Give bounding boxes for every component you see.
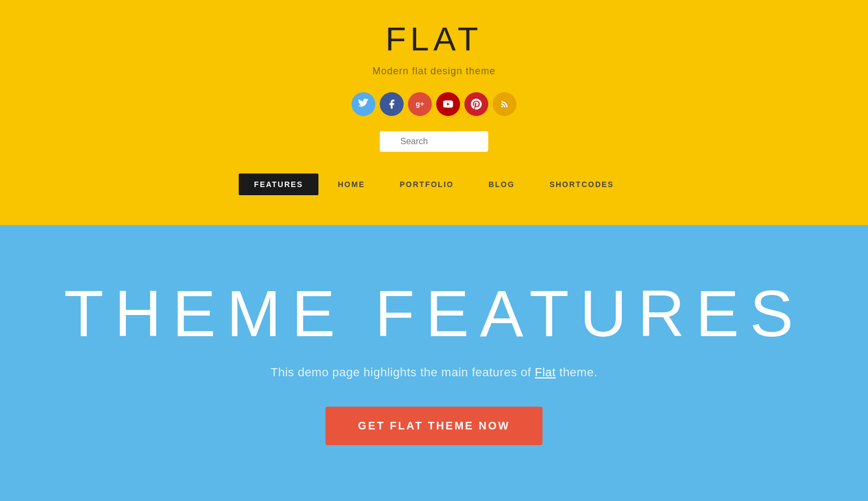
cta-button[interactable]: GET FLAT THEME NOW (326, 407, 542, 445)
site-subtitle: Modern flat design theme (372, 66, 495, 77)
hero-section: THEME FEATURES This demo page highlights… (0, 225, 868, 501)
hero-subtitle-start: This demo page highlights the main featu… (271, 365, 535, 379)
google-plus-icon[interactable]: g+ (408, 92, 432, 116)
hero-title: THEME FEATURES (64, 281, 805, 346)
youtube-icon[interactable] (436, 92, 460, 116)
pinterest-icon[interactable] (464, 92, 488, 116)
rss-icon[interactable] (493, 92, 516, 116)
nav-item-portfolio[interactable]: PORTFOLIO (385, 174, 469, 195)
nav-item-shortcodes[interactable]: SHORTCODES (534, 174, 629, 195)
nav-item-features[interactable]: FEATURES (239, 174, 318, 195)
search-wrapper: 🔍 (380, 131, 488, 152)
nav-item-blog[interactable]: BLOG (473, 174, 529, 195)
header-section: FLAT Modern flat design theme g+ (0, 0, 868, 225)
hero-subtitle: This demo page highlights the main featu… (271, 365, 598, 380)
facebook-icon[interactable] (380, 92, 404, 116)
site-title: FLAT (386, 20, 483, 58)
search-container: 🔍 (380, 131, 488, 152)
hero-subtitle-link[interactable]: Flat (535, 365, 556, 379)
nav-bar: FEATURES HOME PORTFOLIO BLOG SHORTCODES (239, 174, 629, 195)
twitter-icon[interactable] (352, 92, 375, 116)
nav-item-home[interactable]: HOME (323, 174, 380, 195)
search-input[interactable] (380, 131, 488, 152)
social-icons-group: g+ (352, 92, 516, 116)
hero-subtitle-end: theme. (556, 365, 597, 379)
